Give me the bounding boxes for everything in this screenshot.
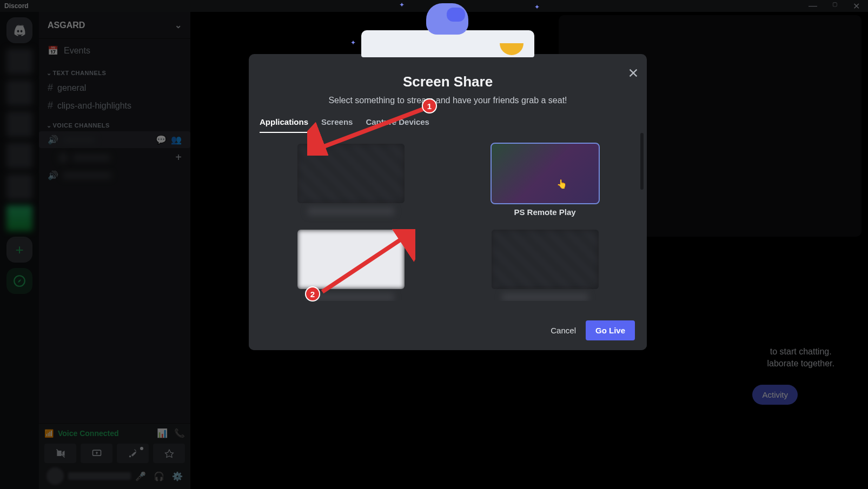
app-thumbnail [492, 230, 599, 289]
cursor-icon: 👆 [556, 179, 567, 189]
cancel-button[interactable]: Cancel [551, 326, 576, 335]
svg-line-6 [322, 236, 407, 292]
annotation-badge-2: 2 [305, 286, 320, 302]
svg-line-5 [317, 109, 423, 149]
modal-footer: Cancel Go Live [249, 311, 647, 350]
scrollbar[interactable] [640, 133, 644, 301]
annotation-arrow-2 [318, 229, 415, 295]
go-live-button[interactable]: Go Live [586, 320, 635, 340]
annotation-badge-1: 1 [422, 98, 437, 113]
app-card[interactable] [465, 230, 625, 301]
annotation-arrow-1 [307, 107, 429, 156]
screen-share-modal: ✦ ✦ ✦ Screen Share Select something to s… [249, 54, 647, 350]
tab-applications[interactable]: Applications [260, 117, 308, 133]
modal-subtitle: Select something to stream and have your… [249, 96, 647, 105]
app-card-ps-remote-play[interactable]: 👆 PS Remote Play [465, 144, 625, 217]
close-icon[interactable] [627, 67, 639, 81]
app-label [502, 293, 588, 301]
app-thumbnail: 👆 [492, 144, 599, 203]
app-label: PS Remote Play [514, 207, 575, 217]
apps-grid: 👆 PS Remote Play [249, 133, 647, 301]
modal-hero-illustration: ✦ ✦ ✦ [361, 23, 534, 57]
app-label [308, 207, 394, 215]
modal-title: Screen Share [249, 73, 647, 90]
